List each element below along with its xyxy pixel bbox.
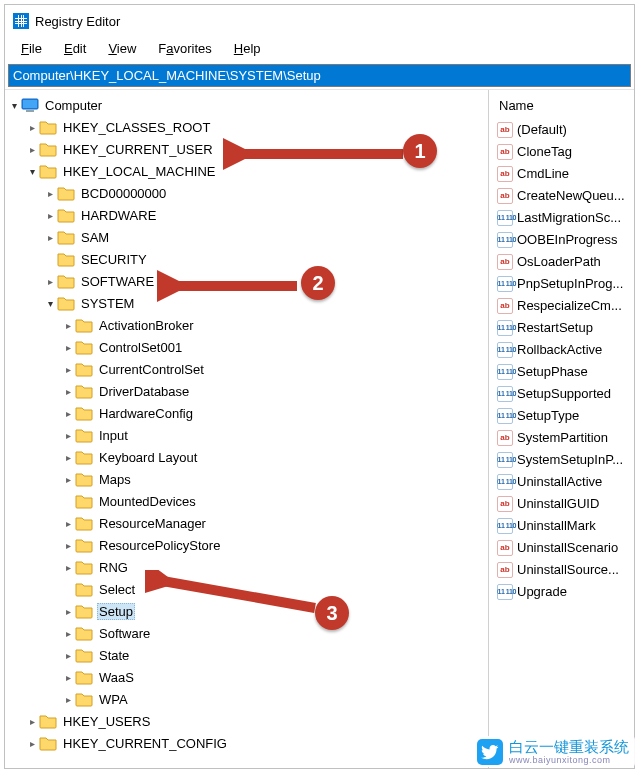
tree-hardware[interactable]: ▸HARDWARE [43,204,488,226]
expand-icon[interactable]: ▸ [61,364,75,375]
value-row[interactable]: 011 110LastMigrationSc... [497,207,634,229]
tree-maps[interactable]: ▸Maps [61,468,488,490]
expand-icon[interactable]: ▸ [61,562,75,573]
tree-keyboardlayout[interactable]: ▸Keyboard Layout [61,446,488,468]
tree-hkcr[interactable]: ▸HKEY_CLASSES_ROOT [25,116,488,138]
tree-wpa[interactable]: ▸WPA [61,688,488,710]
tree-hkcu[interactable]: ▸HKEY_CURRENT_USER [25,138,488,160]
string-value-icon: ab [497,298,513,314]
value-row[interactable]: abOsLoaderPath [497,251,634,273]
expand-icon[interactable]: ▸ [61,320,75,331]
expand-icon[interactable]: ▸ [61,628,75,639]
tree-driverdatabase[interactable]: ▸DriverDatabase [61,380,488,402]
tree-software2[interactable]: ▸Software [61,622,488,644]
expand-icon[interactable]: ▸ [61,650,75,661]
tree-bcd[interactable]: ▸BCD00000000 [43,182,488,204]
tree-hku[interactable]: ▸HKEY_USERS [25,710,488,732]
value-row[interactable]: abUninstallScenario [497,537,634,559]
expand-icon[interactable]: ▸ [25,716,39,727]
value-name: Upgrade [517,582,567,602]
expand-icon[interactable]: ▸ [61,518,75,529]
watermark: 白云一键重装系统 www.baiyunxitong.com [475,736,635,767]
tree-hklm[interactable]: ▾HKEY_LOCAL_MACHINE [25,160,488,182]
expand-icon[interactable]: ▾ [25,166,39,177]
tree-currentcontrolset[interactable]: ▸CurrentControlSet [61,358,488,380]
tree-hardwareconfig[interactable]: ▸HardwareConfig [61,402,488,424]
folder-icon [75,449,93,465]
value-row[interactable]: abCreateNewQueu... [497,185,634,207]
value-row[interactable]: 011 110UninstallActive [497,471,634,493]
value-row[interactable]: abSystemPartition [497,427,634,449]
menu-edit[interactable]: Edit [54,39,96,58]
expand-icon[interactable]: ▸ [43,210,57,221]
expand-icon[interactable]: ▸ [61,342,75,353]
expand-icon[interactable]: ▸ [25,144,39,155]
value-row[interactable]: ab(Default) [497,119,634,141]
tree-security[interactable]: SECURITY [43,248,488,270]
value-row[interactable]: abUninstallSource... [497,559,634,581]
tree-state[interactable]: ▸State [61,644,488,666]
values-pane[interactable]: Name ab(Default)abCloneTagabCmdLineabCre… [488,90,634,768]
expand-icon[interactable]: ▾ [43,298,57,309]
tree-input[interactable]: ▸Input [61,424,488,446]
expand-icon[interactable]: ▾ [7,100,21,111]
value-row[interactable]: 011 110RollbackActive [497,339,634,361]
value-row[interactable]: abCloneTag [497,141,634,163]
value-row[interactable]: abCmdLine [497,163,634,185]
menu-favorites[interactable]: Favorites [148,39,221,58]
menu-bar: File Edit View Favorites Help [5,37,634,62]
menu-help[interactable]: Help [224,39,271,58]
value-row[interactable]: 011 110SetupType [497,405,634,427]
expand-icon[interactable]: ▸ [43,188,57,199]
tree-label: DriverDatabase [97,384,191,399]
menu-file[interactable]: File [11,39,52,58]
value-row[interactable]: abRespecializeCm... [497,295,634,317]
tree-resourcemanager[interactable]: ▸ResourceManager [61,512,488,534]
binary-value-icon: 011 110 [497,342,513,358]
value-row[interactable]: 011 110PnpSetupInProg... [497,273,634,295]
value-row[interactable]: abUninstallGUID [497,493,634,515]
tree-select[interactable]: Select [61,578,488,600]
tree-resourcepolicystore[interactable]: ▸ResourcePolicyStore [61,534,488,556]
tree-label: HARDWARE [79,208,158,223]
tree-software[interactable]: ▸SOFTWARE [43,270,488,292]
expand-icon[interactable]: ▸ [25,738,39,749]
tree-mounteddevices[interactable]: MountedDevices [61,490,488,512]
folder-icon [57,295,75,311]
value-row[interactable]: 011 110RestartSetup [497,317,634,339]
menu-view[interactable]: View [98,39,146,58]
value-row[interactable]: 011 110SystemSetupInP... [497,449,634,471]
expand-icon[interactable]: ▸ [61,474,75,485]
tree-pane[interactable]: ▾ Computer ▸HKEY_CLASSES_ROOT ▸HKEY_CURR… [5,90,488,768]
expand-icon[interactable]: ▸ [43,232,57,243]
tree-rng[interactable]: ▸RNG [61,556,488,578]
expand-icon[interactable]: ▸ [43,276,57,287]
expand-icon[interactable]: ▸ [61,606,75,617]
value-row[interactable]: 011 110OOBEInProgress [497,229,634,251]
computer-icon [21,98,39,112]
tree-waas[interactable]: ▸WaaS [61,666,488,688]
tree-root-computer[interactable]: ▾ Computer [7,94,488,116]
value-row[interactable]: 011 110SetupSupported [497,383,634,405]
tree-sam[interactable]: ▸SAM [43,226,488,248]
expand-icon[interactable]: ▸ [61,408,75,419]
value-row[interactable]: 011 110Upgrade [497,581,634,603]
tree-controlset001[interactable]: ▸ControlSet001 [61,336,488,358]
column-header-name[interactable]: Name [497,96,634,119]
tree-setup[interactable]: ▸Setup [61,600,488,622]
value-name: SystemSetupInP... [517,450,623,470]
expand-icon[interactable]: ▸ [61,452,75,463]
address-bar[interactable]: Computer\HKEY_LOCAL_MACHINE\SYSTEM\Setup [8,64,631,87]
value-row[interactable]: 011 110UninstallMark [497,515,634,537]
expand-icon[interactable]: ▸ [25,122,39,133]
tree-activationbroker[interactable]: ▸ActivationBroker [61,314,488,336]
expand-icon[interactable]: ▸ [61,386,75,397]
expand-icon[interactable]: ▸ [61,540,75,551]
tree-system[interactable]: ▾SYSTEM [43,292,488,314]
expand-icon[interactable]: ▸ [61,694,75,705]
tree-hkcc[interactable]: ▸HKEY_CURRENT_CONFIG [25,732,488,754]
expand-icon[interactable]: ▸ [61,430,75,441]
expand-icon[interactable]: ▸ [61,672,75,683]
tree-label: SECURITY [79,252,149,267]
value-row[interactable]: 011 110SetupPhase [497,361,634,383]
